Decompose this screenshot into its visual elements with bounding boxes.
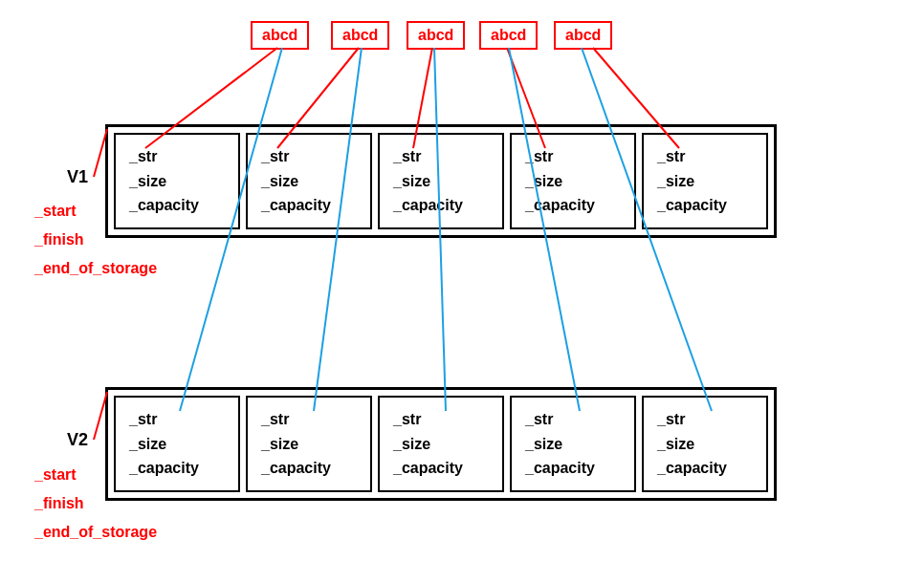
v1-finish-label: _finish [34,231,84,248]
cell-str: _str [393,144,489,169]
v2-start-label: _start [34,466,77,484]
cell-size: _size [525,169,621,194]
v2-cell-4: _str _size _capacity [642,396,768,492]
v1-start-label: _start [34,203,77,220]
v1-cell-2: _str _size _capacity [378,133,504,229]
v1-eos-label: _end_of_storage [34,260,157,277]
cell-capacity: _capacity [393,456,489,481]
cell-size: _size [129,169,225,194]
cell-str: _str [525,407,621,432]
cell-capacity: _capacity [525,193,621,218]
v1-cell-1: _str _size _capacity [246,133,372,229]
abcd-box-2: abcd [407,21,465,50]
cell-size: _size [525,432,621,457]
cell-capacity: _capacity [129,456,225,481]
cell-capacity: _capacity [393,193,489,218]
v2-container: _str _size _capacity _str _size _capacit… [105,387,777,501]
cell-str: _str [129,407,225,432]
cell-size: _size [393,169,489,194]
v1-cell-4: _str _size _capacity [642,133,768,229]
abcd-box-3: abcd [479,21,538,50]
v2-eos-label: _end_of_storage [34,524,157,541]
cell-str: _str [525,144,621,169]
v2-label: V2 [67,430,88,450]
cell-size: _size [393,432,489,457]
cell-capacity: _capacity [525,456,621,481]
cell-capacity: _capacity [261,193,357,218]
cell-size: _size [657,432,753,457]
v2-cell-0: _str _size _capacity [114,396,240,492]
v2-cell-2: _str _size _capacity [378,396,504,492]
cell-capacity: _capacity [261,456,357,481]
v1-container: _str _size _capacity _str _size _capacit… [105,124,777,238]
v2-cell-1: _str _size _capacity [246,396,372,492]
cell-size: _size [261,432,357,457]
v2-cell-3: _str _size _capacity [510,396,636,492]
cell-str: _str [393,407,489,432]
cell-capacity: _capacity [657,193,753,218]
abcd-box-1: abcd [331,21,389,50]
cell-size: _size [261,169,357,194]
v1-cell-0: _str _size _capacity [114,133,240,229]
cell-capacity: _capacity [657,456,753,481]
cell-str: _str [129,144,225,169]
cell-str: _str [657,407,753,432]
cell-size: _size [129,432,225,457]
v1-cell-3: _str _size _capacity [510,133,636,229]
cell-capacity: _capacity [129,193,225,218]
abcd-box-0: abcd [251,21,309,50]
cell-str: _str [657,144,753,169]
v1-label: V1 [67,167,88,187]
v2-finish-label: _finish [34,495,84,512]
cell-str: _str [261,144,357,169]
abcd-box-4: abcd [554,21,612,50]
cell-size: _size [657,169,753,194]
cell-str: _str [261,407,357,432]
